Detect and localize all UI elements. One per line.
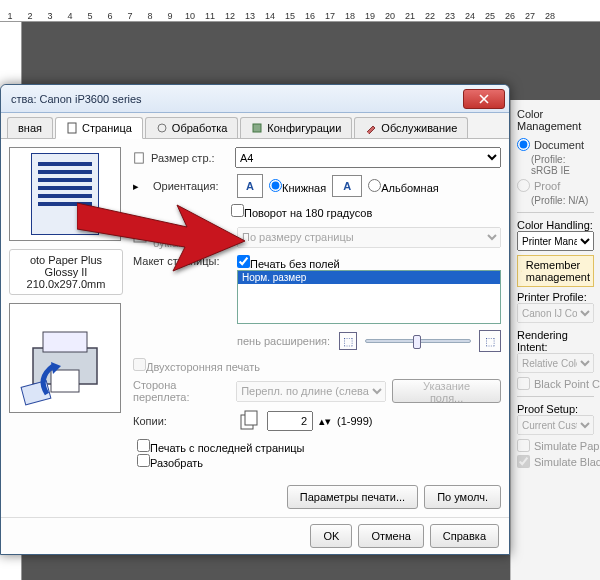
window-title: ства: Canon iP3600 series bbox=[11, 93, 463, 105]
tab-main[interactable]: вная bbox=[7, 117, 53, 138]
radio-document[interactable]: Document bbox=[517, 138, 594, 151]
titlebar[interactable]: ства: Canon iP3600 series bbox=[1, 85, 509, 113]
reverse-check[interactable]: Печать с последней страницы bbox=[137, 442, 305, 454]
svg-rect-9 bbox=[135, 152, 144, 162]
proof-setup-select[interactable]: Current Custom Set bbox=[517, 415, 594, 435]
copies-icon bbox=[237, 409, 261, 433]
bullet-icon: ▸ bbox=[133, 180, 147, 193]
copies-input[interactable] bbox=[267, 411, 313, 431]
warning-icon: ! bbox=[521, 264, 522, 278]
layout-listbox[interactable]: Норм. размер bbox=[237, 270, 501, 324]
layout-label: Макет страницы: bbox=[133, 255, 231, 267]
warning-box: ! Remember management bbox=[517, 255, 594, 287]
portrait-icon: A bbox=[237, 174, 263, 198]
tool-icon bbox=[365, 122, 377, 134]
color-management-panel: Color Management Document (Profile: sRGB… bbox=[510, 100, 600, 580]
collate-check[interactable]: Разобрать bbox=[137, 457, 203, 469]
svg-rect-6 bbox=[51, 370, 79, 392]
orientation-label: Ориентация: bbox=[153, 180, 231, 192]
expand-max-icon: ⬚ bbox=[479, 330, 501, 352]
page-preview bbox=[9, 147, 121, 241]
page-icon bbox=[66, 122, 78, 134]
radio-proof[interactable]: Proof bbox=[517, 179, 594, 192]
expand-label: пень расширения: bbox=[237, 335, 331, 347]
simulate-paper-check[interactable]: Simulate Paper bbox=[517, 439, 594, 452]
svg-rect-5 bbox=[43, 332, 87, 352]
tab-strip: вная Страница Обработка Конфигурации Обс… bbox=[1, 113, 509, 139]
borderless-check[interactable]: Печать без полей bbox=[237, 258, 340, 270]
printer-illustration bbox=[9, 303, 121, 413]
close-button[interactable] bbox=[463, 89, 505, 109]
copies-spinner[interactable]: ▴▾ bbox=[319, 415, 331, 428]
color-handling-label: Color Handling: bbox=[517, 219, 594, 231]
proof-setup-label: Proof Setup: bbox=[517, 403, 594, 415]
page-size-label: Размер стр.: bbox=[151, 152, 229, 164]
copies-label: Копии: bbox=[133, 415, 231, 427]
landscape-icon: A bbox=[332, 175, 362, 197]
rotate180-check[interactable]: Поворот на 180 градусов bbox=[231, 204, 372, 219]
expand-slider[interactable] bbox=[365, 339, 471, 343]
duplex-check[interactable]: Двухсторонняя печать bbox=[133, 358, 501, 373]
tab-page[interactable]: Страница bbox=[55, 117, 143, 139]
printer-profile-label: Printer Profile: bbox=[517, 291, 594, 303]
svg-rect-10 bbox=[134, 232, 146, 242]
bind-side-select: Перепл. по длине (слева) bbox=[236, 381, 386, 402]
ok-button[interactable]: OK bbox=[310, 524, 352, 548]
paper-icon bbox=[133, 230, 147, 244]
document-profile: (Profile: sRGB IE bbox=[531, 154, 594, 176]
help-button[interactable]: Справка bbox=[430, 524, 499, 548]
radio-landscape[interactable]: Альбомная bbox=[368, 179, 439, 194]
margins-button: Указание поля... bbox=[392, 379, 501, 403]
page-size-select[interactable]: A4 bbox=[235, 147, 501, 168]
svg-rect-3 bbox=[253, 124, 261, 132]
layout-selected[interactable]: Норм. размер bbox=[238, 271, 500, 284]
print-options-button[interactable]: Параметры печати... bbox=[287, 485, 418, 509]
simulate-black-check[interactable]: Simulate Black I bbox=[517, 455, 594, 468]
expand-min-icon: ⬚ bbox=[339, 332, 357, 350]
rendering-intent-label: Rendering Intent: bbox=[517, 329, 594, 353]
top-ruler: 1234567891011121314151617181920212223242… bbox=[0, 0, 600, 22]
close-icon bbox=[479, 94, 489, 104]
svg-rect-12 bbox=[245, 411, 257, 425]
tab-maintenance[interactable]: Обслуживание bbox=[354, 117, 468, 138]
paper-size-select: По размеру страницы bbox=[237, 227, 501, 248]
wrench-icon bbox=[156, 122, 168, 134]
black-point-check[interactable]: Black Point Com bbox=[517, 377, 594, 390]
defaults-button[interactable]: По умолч. bbox=[424, 485, 501, 509]
tab-config[interactable]: Конфигурации bbox=[240, 117, 352, 138]
gear-icon bbox=[251, 122, 263, 134]
proof-profile: (Profile: N/A) bbox=[531, 195, 594, 206]
print-properties-dialog: ства: Canon iP3600 series вная Страница … bbox=[0, 84, 510, 555]
color-handling-select[interactable]: Printer Manages Col bbox=[517, 231, 594, 251]
tab-process[interactable]: Обработка bbox=[145, 117, 238, 138]
panel-title: Color Management bbox=[517, 108, 594, 132]
cancel-button[interactable]: Отмена bbox=[358, 524, 423, 548]
paper-size-label: Размер бумаги: bbox=[153, 225, 231, 249]
svg-rect-1 bbox=[68, 123, 76, 133]
doc-icon bbox=[133, 152, 145, 164]
rendering-intent-select[interactable]: Relative Colorimetric bbox=[517, 353, 594, 373]
bind-side-label: Сторона переплета: bbox=[133, 379, 230, 403]
copies-range: (1-999) bbox=[337, 415, 372, 427]
printer-profile-select[interactable]: Canon IJ Color Print bbox=[517, 303, 594, 323]
radio-portrait[interactable]: Книжная bbox=[269, 179, 326, 194]
svg-point-2 bbox=[158, 124, 166, 132]
media-info: oto Paper Plus Glossy II 210.0x297.0mm bbox=[9, 249, 123, 295]
